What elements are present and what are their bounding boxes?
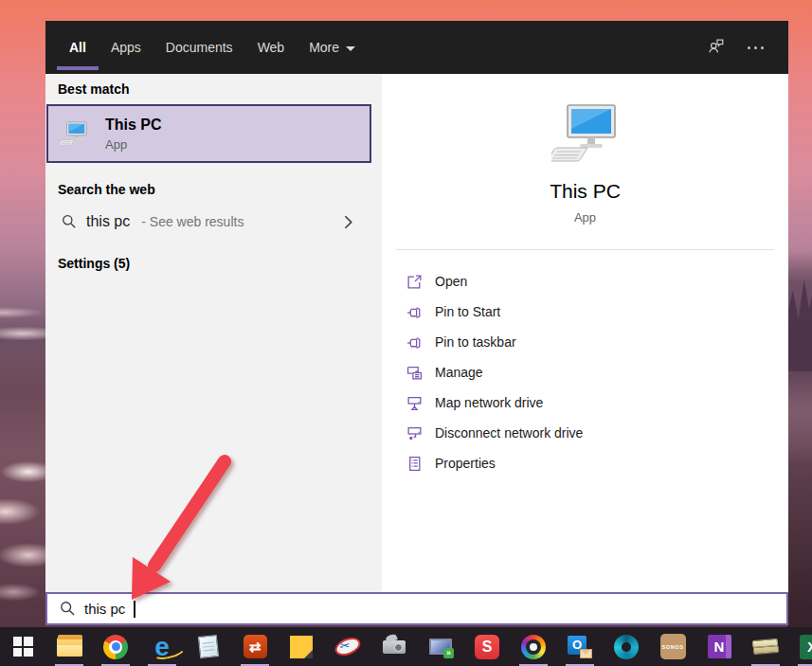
- settings-section-header[interactable]: Settings (5): [45, 256, 382, 271]
- steps-recorder-icon: [383, 640, 406, 654]
- taskbar-chrome[interactable]: [97, 628, 135, 666]
- pin-icon: [406, 304, 423, 320]
- action-pin-to-taskbar[interactable]: Pin to taskbar: [406, 327, 788, 357]
- result-title: This PC: [105, 116, 162, 135]
- taskbar-internet-explorer[interactable]: e: [143, 628, 181, 666]
- this-pc-icon: [551, 102, 620, 165]
- preview-subtitle: App: [574, 210, 596, 225]
- search-icon: [60, 601, 76, 617]
- disconnect-network-drive-icon: [406, 425, 423, 441]
- flyout-content: Best match This PC App: [45, 74, 788, 592]
- best-match-text: This PC App: [105, 116, 162, 152]
- action-label: Pin to Start: [435, 304, 500, 319]
- file-explorer-icon: [57, 638, 82, 657]
- tabs: All Apps Documents Web More: [57, 21, 368, 74]
- action-label: Map network drive: [435, 395, 543, 410]
- chevron-right-icon[interactable]: [343, 215, 353, 229]
- result-subtitle: App: [105, 137, 162, 152]
- book-icon: [752, 639, 779, 655]
- tab-all-label: All: [69, 40, 86, 55]
- action-list: Open Pin to Start Pin to taskbar: [382, 250, 788, 478]
- sticky-notes-icon: [290, 636, 313, 658]
- action-map-network-drive[interactable]: Map network drive: [406, 387, 788, 418]
- taskbar-color-picker[interactable]: [514, 628, 552, 666]
- pin-icon: [406, 334, 423, 351]
- action-open[interactable]: Open: [406, 266, 788, 297]
- tab-more[interactable]: More: [297, 21, 368, 74]
- results-column: Best match This PC App: [45, 74, 382, 592]
- taskbar-remote-desktop[interactable]: [422, 628, 460, 666]
- internet-explorer-icon: e: [154, 635, 170, 659]
- remote-desktop-icon: [429, 639, 452, 655]
- sync-swirl-icon: [614, 635, 639, 659]
- tab-web[interactable]: Web: [245, 21, 298, 74]
- chevron-down-icon: [346, 46, 355, 51]
- taskbar-onenote[interactable]: N: [700, 628, 738, 666]
- wallpaper-left-strip: [0, 0, 45, 627]
- taskbar-sonos[interactable]: SONOS: [654, 628, 692, 666]
- this-pc-icon: [61, 120, 89, 147]
- action-label: Pin to taskbar: [435, 334, 516, 350]
- tab-apps[interactable]: Apps: [99, 21, 153, 74]
- search-box[interactable]: this pc: [45, 592, 788, 625]
- properties-icon: [406, 456, 423, 472]
- taskbar-sync-app[interactable]: [607, 628, 645, 666]
- action-label: Open: [435, 274, 467, 289]
- ellipsis-icon[interactable]: [748, 46, 764, 49]
- taskbar-forticlient[interactable]: ⇄: [236, 628, 274, 666]
- outlook-icon: O: [568, 636, 592, 658]
- color-wheel-icon: [521, 635, 546, 659]
- taskbar-snagit[interactable]: S: [468, 628, 506, 666]
- action-disconnect-network-drive[interactable]: Disconnect network drive: [406, 418, 788, 448]
- open-icon: [406, 274, 423, 290]
- preview-title: This PC: [550, 180, 621, 203]
- taskbar-snipping-tool[interactable]: ✂: [329, 628, 367, 666]
- start-button[interactable]: [4, 628, 42, 666]
- web-query-text: this pc: [86, 213, 130, 230]
- tab-web-label: Web: [258, 40, 285, 55]
- taskbar-file-explorer[interactable]: [50, 628, 88, 666]
- tab-more-label: More: [309, 40, 339, 55]
- topbar-actions: [707, 37, 764, 58]
- windows-logo-icon: [13, 637, 33, 657]
- taskbar-sticky-notes[interactable]: [282, 628, 320, 666]
- search-the-web-header: Search the web: [45, 182, 382, 197]
- search-icon: [62, 214, 77, 229]
- notepad-icon: [198, 635, 219, 658]
- taskbar-library-book[interactable]: [747, 628, 785, 666]
- web-result-row[interactable]: this pc - See web results: [45, 203, 382, 241]
- search-tab-bar: All Apps Documents Web More: [45, 21, 788, 74]
- web-hint-text: - See web results: [141, 214, 244, 229]
- chrome-icon: [103, 635, 128, 659]
- tab-apps-label: Apps: [111, 40, 141, 55]
- search-flyout: All Apps Documents Web More: [45, 21, 788, 625]
- forticlient-icon: ⇄: [244, 635, 267, 658]
- tab-all[interactable]: All: [57, 21, 99, 74]
- snagit-icon: S: [475, 635, 499, 659]
- active-tab-underline: [57, 66, 99, 70]
- preview-panel: This PC App Open Pin to Start: [382, 74, 788, 592]
- excel-icon: X: [800, 635, 812, 659]
- action-pin-to-start[interactable]: Pin to Start: [406, 297, 788, 327]
- taskbar-steps-recorder[interactable]: [375, 628, 413, 666]
- user-account-icon[interactable]: [707, 37, 725, 58]
- taskbar-outlook[interactable]: O: [561, 628, 599, 666]
- text-cursor: [134, 601, 135, 618]
- action-manage[interactable]: Manage: [406, 357, 788, 387]
- action-label: Manage: [435, 365, 483, 380]
- tab-documents[interactable]: Documents: [153, 21, 245, 74]
- map-network-drive-icon: [406, 395, 423, 411]
- action-label: Disconnect network drive: [435, 425, 583, 441]
- tab-documents-label: Documents: [166, 40, 233, 55]
- taskbar: e ⇄ ✂ S O: [0, 627, 812, 666]
- taskbar-excel[interactable]: X: [793, 628, 812, 666]
- action-label: Properties: [435, 456, 496, 471]
- best-match-header: Best match: [45, 81, 382, 97]
- search-input-value[interactable]: this pc: [84, 601, 125, 617]
- snipping-tool-icon: ✂: [333, 634, 363, 658]
- onenote-icon: N: [708, 635, 731, 658]
- best-match-result-this-pc[interactable]: This PC App: [46, 104, 371, 163]
- sonos-icon: SONOS: [660, 634, 686, 659]
- taskbar-notepad[interactable]: [189, 628, 227, 666]
- action-properties[interactable]: Properties: [406, 448, 788, 478]
